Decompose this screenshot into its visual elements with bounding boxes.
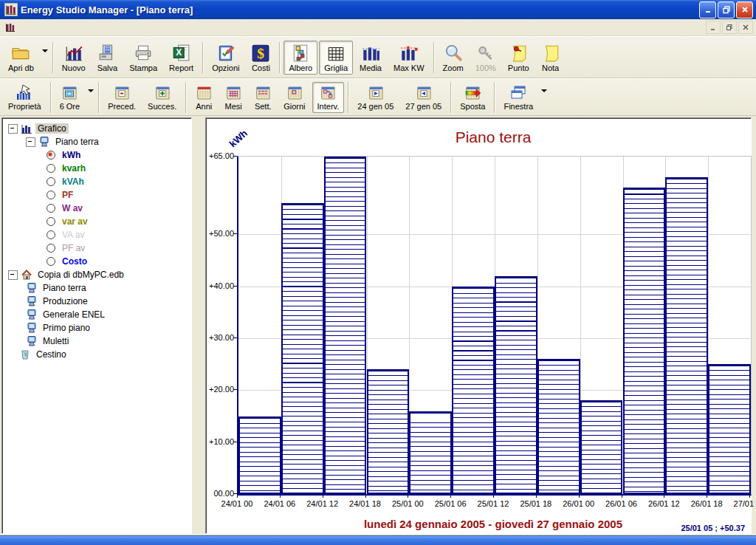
tree-item-label[interactable]: kWh xyxy=(60,150,83,160)
dropdown-arrow-icon[interactable] xyxy=(42,49,48,52)
toolbar-button-sposta[interactable]: Sposta xyxy=(455,82,490,113)
restore-button[interactable] xyxy=(718,1,735,18)
toolbar-button-zoom[interactable]: Zoom xyxy=(438,41,469,75)
tree-item-label[interactable]: Copia di dbMyPC.edb xyxy=(35,270,126,280)
panel-splitter[interactable] xyxy=(193,116,205,537)
tree-item-label[interactable]: Produzione xyxy=(41,296,90,306)
bar-25-01-06-12[interactable] xyxy=(452,287,495,494)
bar-26-01-12-18[interactable] xyxy=(665,177,708,494)
tree-item-cestino[interactable]: Cestino xyxy=(2,348,191,361)
radio-icon[interactable] xyxy=(47,164,55,173)
radio-icon[interactable] xyxy=(47,191,55,199)
dropdown-arrow-icon[interactable] xyxy=(541,89,547,92)
tree-item-label[interactable]: W av xyxy=(60,203,85,213)
toolbar-button-anni[interactable]: Anni xyxy=(190,82,218,113)
tree-item-primo-piano[interactable]: Primo piano xyxy=(2,321,191,335)
toolbar-button-finestra[interactable]: Finestra xyxy=(498,82,538,113)
tree-item-label[interactable]: Primo piano xyxy=(41,323,92,333)
radio-icon[interactable] xyxy=(47,217,55,226)
dropdown-arrow-icon[interactable] xyxy=(88,89,94,92)
tree-item-generale-enel[interactable]: Generale ENEL xyxy=(2,308,191,321)
close-button[interactable] xyxy=(736,1,753,18)
tree-item-label[interactable]: kVAh xyxy=(60,176,86,187)
tree-item-label[interactable]: Cestino xyxy=(34,349,69,360)
toolbar-button-giorni[interactable]: Giorni xyxy=(278,82,310,113)
toolbar-button-nota[interactable]: Nota xyxy=(536,41,566,75)
tree-item-piano-terra[interactable]: Piano terra xyxy=(2,281,191,295)
tree-item-label[interactable]: Costo xyxy=(60,256,89,267)
tree-item-label[interactable]: Generale ENEL xyxy=(41,309,107,320)
tree-item-label[interactable]: Piano terra xyxy=(53,137,101,147)
toolbar-button-27-gen-05[interactable]: 27 gen 05 xyxy=(400,82,447,113)
toolbar-button-mesi[interactable]: Mesi xyxy=(219,82,247,113)
radio-icon[interactable] xyxy=(47,177,55,186)
tree-item-label[interactable]: PF xyxy=(60,190,75,200)
bar-26-01-18-24[interactable] xyxy=(708,364,751,494)
tree-item-label[interactable]: VA av xyxy=(60,230,86,240)
tree-item-kvarh[interactable]: kvarh xyxy=(2,162,191,175)
radio-selected-icon[interactable] xyxy=(47,151,55,160)
tree-item-muletti[interactable]: Muletti xyxy=(2,335,191,348)
toolbar-button-costi[interactable]: $Costi xyxy=(246,41,275,75)
tree-item-pf-av[interactable]: PF av xyxy=(2,241,191,255)
bar-24-01-18-24[interactable] xyxy=(367,369,410,494)
toolbar-button-nuovo[interactable]: Nuovo xyxy=(57,41,91,75)
bar-24-01-00-06[interactable] xyxy=(238,417,281,494)
toolbar-button-succes[interactable]: Succes. xyxy=(142,82,182,113)
bar-26-01-00-06[interactable] xyxy=(580,400,623,494)
bar-24-01-06-12[interactable] xyxy=(281,203,324,494)
minimize-button[interactable] xyxy=(699,1,716,18)
tree-item-pf[interactable]: PF xyxy=(2,188,191,202)
x-axis-tick-label: 26/01 06 xyxy=(599,499,645,508)
tree-item-label[interactable]: Grafico xyxy=(35,123,69,134)
radio-icon[interactable] xyxy=(47,257,55,266)
tree-item-kvah[interactable]: kVAh xyxy=(2,175,191,188)
toolbar-button-apri-db[interactable]: Apri db xyxy=(3,41,39,75)
bar-25-01-12-18[interactable] xyxy=(495,276,537,494)
expand-minus-icon[interactable] xyxy=(8,124,18,134)
mdi-close-button[interactable] xyxy=(738,21,753,34)
bar-24-01-12-18[interactable] xyxy=(324,157,367,494)
mdi-restore-button[interactable] xyxy=(722,21,737,34)
radio-icon[interactable] xyxy=(47,230,55,239)
taskbar-strip[interactable] xyxy=(0,535,756,545)
tree-item-piano-terra[interactable]: Piano terra xyxy=(2,135,191,148)
document-chart-icon[interactable] xyxy=(4,21,16,33)
tree-item-kwh[interactable]: kWh xyxy=(2,148,191,162)
toolbar-button-preced[interactable]: Preced. xyxy=(103,82,141,113)
tree-item-w-av[interactable]: W av xyxy=(2,202,191,215)
tree-item-produzione[interactable]: Produzione xyxy=(2,295,191,308)
toolbar-button-sett[interactable]: Sett. xyxy=(249,82,277,113)
toolbar-button-24-gen-05[interactable]: 24 gen 05 xyxy=(352,82,399,113)
expand-minus-icon[interactable] xyxy=(26,137,35,147)
toolbar-button-opzioni[interactable]: Opzioni xyxy=(207,41,244,75)
toolbar-button-media[interactable]: Media xyxy=(354,41,387,75)
tree-item-costo[interactable]: Costo xyxy=(2,255,191,268)
toolbar-button-max-kw[interactable]: Max KW xyxy=(388,41,430,75)
toolbar-button-salva[interactable]: Salva xyxy=(92,41,123,75)
toolbar-button-propriet[interactable]: Proprietà xyxy=(3,82,47,113)
radio-icon[interactable] xyxy=(47,244,55,253)
tree-item-label[interactable]: Piano terra xyxy=(41,283,89,293)
tree-item-grafico[interactable]: Grafico xyxy=(2,122,191,135)
toolbar-button-stampa[interactable]: Stampa xyxy=(124,41,162,75)
tree-item-label[interactable]: PF av xyxy=(60,243,87,253)
mdi-minimize-button[interactable] xyxy=(706,21,721,34)
tree-item-label[interactable]: Muletti xyxy=(41,336,71,346)
toolbar-button-punto[interactable]: Punto xyxy=(503,41,535,75)
radio-icon[interactable] xyxy=(47,204,55,213)
tree-item-copia-di-dbmypc-edb[interactable]: Copia di dbMyPC.edb xyxy=(2,268,191,281)
tree-item-va-av[interactable]: VA av xyxy=(2,228,191,241)
bar-26-01-06-12[interactable] xyxy=(623,188,666,494)
toolbar-button-interv[interactable]: Interv. xyxy=(312,82,345,113)
toolbar-button-report[interactable]: XReport xyxy=(164,41,199,75)
tree-item-var-av[interactable]: var av xyxy=(2,215,191,228)
toolbar-button-albero[interactable]: Albero xyxy=(284,41,317,75)
bar-25-01-00-06[interactable] xyxy=(409,411,452,494)
bar-25-01-18-24[interactable] xyxy=(537,359,580,494)
tree-item-label[interactable]: var av xyxy=(60,216,90,227)
expand-minus-icon[interactable] xyxy=(8,270,18,280)
toolbar-button-6-ore[interactable]: 6 Ore xyxy=(55,82,86,113)
tree-item-label[interactable]: kvarh xyxy=(60,163,88,174)
toolbar-button-griglia[interactable]: Griglia xyxy=(319,41,353,75)
